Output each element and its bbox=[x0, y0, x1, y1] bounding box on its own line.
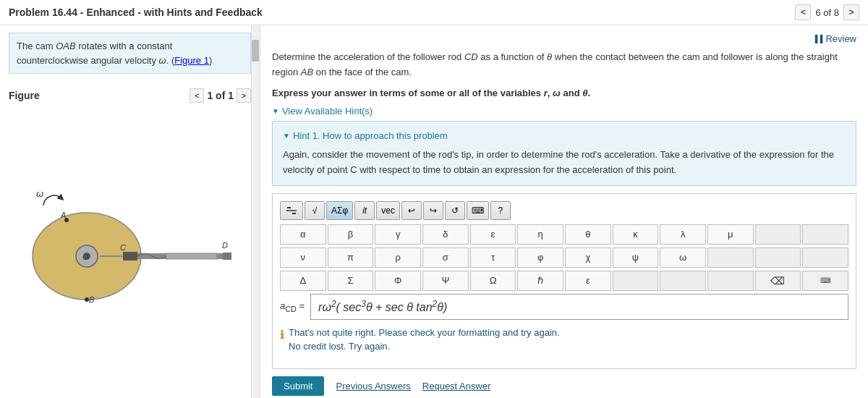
key-empty1 bbox=[755, 224, 801, 245]
hint-title[interactable]: Hint 1. How to approach this problem bbox=[283, 129, 846, 144]
key-tau[interactable]: τ bbox=[470, 247, 516, 268]
key-hbar[interactable]: ℏ bbox=[517, 271, 563, 291]
submit-row: Submit Previous Answers Request Answer bbox=[272, 376, 856, 396]
figure-count: 1 of 1 bbox=[207, 90, 234, 101]
key-eta[interactable]: η bbox=[517, 224, 563, 245]
key-Sigma[interactable]: Σ bbox=[328, 271, 374, 291]
page-navigation: < 6 of 8 > bbox=[795, 4, 859, 20]
answer-row: aCD = rω2( sec3θ + sec θ tan2θ) bbox=[280, 294, 848, 320]
key-Phi[interactable]: Φ bbox=[375, 271, 421, 291]
prev-page-button[interactable]: < bbox=[795, 4, 811, 20]
svg-text:C: C bbox=[120, 243, 126, 252]
key-gamma[interactable]: γ bbox=[375, 224, 421, 245]
express-instruction: Express your answer in terms of some or … bbox=[272, 88, 856, 98]
svg-rect-18 bbox=[292, 213, 296, 214]
figure-label: Figure bbox=[9, 90, 40, 101]
cam-description: The cam OAB rotates with a constant coun… bbox=[9, 33, 251, 74]
request-answer-button[interactable]: Request Answer bbox=[422, 381, 491, 391]
figure-prev-button[interactable]: < bbox=[190, 88, 204, 103]
hint-toggle[interactable]: View Available Hint(s) bbox=[272, 106, 856, 117]
key-mu[interactable]: μ bbox=[707, 224, 754, 245]
key-lambda[interactable]: λ bbox=[660, 224, 706, 245]
ab-label: AB bbox=[301, 67, 313, 77]
key-empty7 bbox=[660, 271, 706, 291]
cd-label: CD bbox=[464, 51, 478, 62]
greek-row2: ν π ρ σ τ φ χ ψ ω bbox=[280, 247, 848, 268]
key-empty3 bbox=[707, 247, 754, 268]
svg-rect-16 bbox=[287, 207, 291, 208]
sqrt-button[interactable]: √ bbox=[305, 201, 325, 220]
keyboard-icon-button[interactable]: ⌨ bbox=[467, 201, 489, 220]
header: Problem 16.44 - Enhanced - with Hints an… bbox=[0, 0, 868, 25]
key-empty5 bbox=[802, 247, 848, 268]
greek-row1: α β γ δ ε η θ κ λ μ bbox=[280, 224, 848, 245]
figure1-link[interactable]: Figure 1 bbox=[174, 55, 209, 66]
refresh-button[interactable]: ↺ bbox=[445, 201, 465, 220]
key-epsilon[interactable]: ε bbox=[470, 224, 516, 245]
svg-text:A: A bbox=[60, 211, 66, 219]
undo-button[interactable]: ↩ bbox=[401, 201, 422, 220]
fraction-button[interactable] bbox=[280, 201, 303, 220]
key-alpha[interactable]: α bbox=[280, 224, 326, 245]
svg-rect-12 bbox=[223, 253, 231, 260]
right-panel: Review Determine the acceleration of the… bbox=[260, 25, 868, 398]
greek-button[interactable]: AΣφ bbox=[326, 201, 353, 220]
hint-text: Again, consider the movement of the rod'… bbox=[283, 148, 846, 178]
review-section: Review bbox=[272, 33, 856, 44]
submit-button[interactable]: Submit bbox=[272, 376, 324, 396]
key-empty6 bbox=[613, 271, 659, 291]
hint-box: Hint 1. How to approach this problem Aga… bbox=[272, 121, 856, 186]
svg-rect-11 bbox=[166, 253, 217, 259]
figure-area: ω O A B bbox=[9, 107, 251, 391]
left-panel: The cam OAB rotates with a constant coun… bbox=[0, 25, 260, 398]
key-kappa[interactable]: κ bbox=[613, 224, 659, 245]
key-omega[interactable]: ω bbox=[660, 247, 706, 268]
key-theta[interactable]: θ bbox=[565, 224, 611, 245]
redo-button[interactable]: ↪ bbox=[423, 201, 443, 220]
key-nu[interactable]: ν bbox=[280, 247, 326, 268]
key-empty4 bbox=[755, 247, 801, 268]
key-delta[interactable]: δ bbox=[422, 224, 469, 245]
key-Psi[interactable]: Ψ bbox=[422, 271, 469, 291]
key-psi[interactable]: ψ bbox=[613, 247, 659, 268]
answer-input[interactable]: rω2( sec3θ + sec θ tan2θ) bbox=[310, 294, 848, 320]
scroll-bar[interactable] bbox=[251, 25, 260, 398]
svg-text:O: O bbox=[82, 253, 89, 261]
italic-button[interactable]: it bbox=[354, 201, 375, 220]
key-varepsilon[interactable]: ε bbox=[565, 271, 611, 291]
page-count: 6 of 8 bbox=[815, 7, 839, 18]
key-empty8 bbox=[707, 271, 754, 291]
key-empty2 bbox=[802, 224, 848, 245]
key-sigma-small[interactable]: σ bbox=[422, 247, 469, 268]
key-delete[interactable]: ⌫ bbox=[755, 271, 801, 291]
key-Omega[interactable]: Ω bbox=[470, 271, 516, 291]
key-pi[interactable]: π bbox=[328, 247, 374, 268]
answer-label: aCD = bbox=[280, 300, 305, 313]
svg-text:D: D bbox=[222, 241, 228, 250]
greek-row3: Δ Σ Φ Ψ Ω ℏ ε ⌫ ⌨ bbox=[280, 271, 848, 291]
help-button[interactable]: ? bbox=[490, 201, 511, 220]
svg-rect-10 bbox=[123, 252, 137, 261]
key-Delta[interactable]: Δ bbox=[280, 271, 326, 291]
page-title: Problem 16.44 - Enhanced - with Hints an… bbox=[9, 7, 263, 18]
key-phi[interactable]: φ bbox=[517, 247, 563, 268]
review-link[interactable]: Review bbox=[812, 33, 856, 44]
main-layout: The cam OAB rotates with a constant coun… bbox=[0, 25, 868, 398]
previous-answers-button[interactable]: Previous Answers bbox=[336, 381, 410, 391]
vec-button[interactable]: vec bbox=[376, 201, 400, 220]
error-icon: ℹ bbox=[280, 326, 284, 344]
key-beta[interactable]: β bbox=[328, 224, 374, 245]
svg-text:B: B bbox=[89, 295, 94, 304]
next-page-button[interactable]: > bbox=[843, 4, 859, 20]
figure-next-button[interactable]: > bbox=[237, 88, 251, 103]
key-chi[interactable]: χ bbox=[565, 247, 611, 268]
key-rho[interactable]: ρ bbox=[375, 247, 421, 268]
cam-diagram: ω O A B bbox=[22, 177, 239, 321]
scroll-thumb[interactable] bbox=[252, 40, 259, 62]
hint-section: View Available Hint(s) Hint 1. How to ap… bbox=[272, 106, 856, 186]
math-input-area: √ AΣφ it vec ↩ ↪ ↺ ⌨ ? α β γ δ ε η θ κ λ bbox=[272, 193, 856, 369]
key-keyboard-toggle[interactable]: ⌨ bbox=[802, 271, 848, 291]
figure-nav: < 1 of 1 > bbox=[190, 88, 251, 103]
svg-text:ω: ω bbox=[36, 188, 43, 199]
theta-label: θ bbox=[547, 51, 552, 62]
